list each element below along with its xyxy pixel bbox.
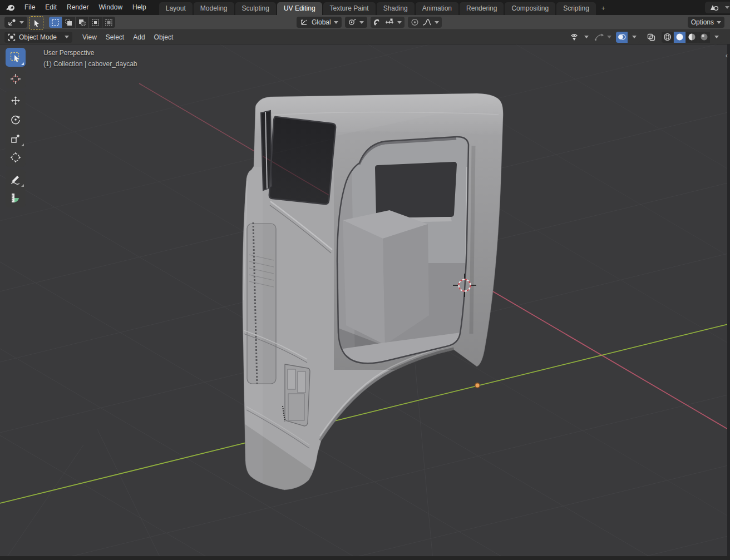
orientation-global-icon [300,18,308,26]
options-dropdown[interactable]: Options [688,17,724,28]
overlays-toggle[interactable] [616,32,628,43]
shading-rendered-button[interactable] [698,32,710,43]
tab-uv-editing[interactable]: UV Editing [277,2,322,15]
solid-sphere-icon [675,33,684,41]
toolbar [6,48,26,207]
select-box-icon [10,52,21,63]
tool-transform[interactable] [6,148,26,167]
rotate-icon [10,114,21,125]
menu-help[interactable]: Help [127,0,151,15]
select-menu[interactable]: Select [101,30,129,44]
active-object-overlay: (1) Collection | cabover_daycab [43,60,137,68]
tool-move[interactable] [6,91,26,110]
gizmos-dropdown[interactable] [594,33,611,41]
falloff-curve-icon [422,18,432,26]
workspace-tabs: Layout Modeling Sculpting UV Editing Tex… [159,0,611,15]
shading-material-button[interactable] [686,32,698,43]
scene-icon [708,3,722,12]
tab-sculpting[interactable]: Sculpting [235,2,276,15]
material-sphere-icon [688,33,696,41]
select-mode-invert[interactable] [89,17,102,28]
editor-type-selector[interactable] [4,17,27,28]
object-origin-dot [475,383,480,388]
view-name-overlay: User Perspective [43,49,94,57]
tab-animation[interactable]: Animation [416,2,458,15]
shading-solid-button[interactable] [674,32,685,43]
visibility-eye-icon [570,33,581,41]
tool-rotate[interactable] [6,110,26,129]
3d-cursor-tool-icon [10,73,21,85]
snap-target-dropdown[interactable] [345,17,367,28]
transform-icon [10,152,21,163]
wireframe-sphere-icon [663,33,672,41]
proportional-editing-toggle[interactable] [411,18,419,26]
shading-wireframe-button[interactable] [662,32,673,43]
tool-scale[interactable] [6,129,26,148]
add-workspace-button[interactable]: + [597,2,610,15]
move-icon [10,95,21,106]
scene-selector-caret [725,6,729,9]
tab-texture-paint[interactable]: Texture Paint [323,2,376,15]
tool-annotate[interactable] [6,170,26,189]
region-border-right[interactable] [727,44,730,560]
snap-with-dropdown[interactable] [384,18,402,26]
overlays-dropdown[interactable] [628,32,640,43]
shading-mode-group [662,32,722,43]
menu-window[interactable]: Window [93,0,127,15]
tab-compositing[interactable]: Compositing [505,2,555,15]
proportional-falloff-dropdown[interactable] [422,18,439,26]
blender-logo-icon[interactable] [6,3,15,12]
select-mode-extend[interactable] [62,17,75,28]
xray-toggle[interactable] [645,32,657,43]
snap-increment-icon [384,18,394,26]
magnet-icon [373,18,381,26]
overlays-group [616,32,640,43]
tab-scripting[interactable]: Scripting [556,2,596,15]
tool-cursor[interactable] [6,70,26,88]
view-menu[interactable]: View [78,30,101,44]
viewport-header: Object Mode View Select Add Object [0,30,730,44]
tool-measure[interactable] [6,189,26,207]
object-menu[interactable]: Object [150,30,178,44]
mode-dropdown[interactable]: Object Mode [4,32,72,43]
gizmo-icon [594,33,604,41]
menu-file[interactable]: File [19,0,40,15]
overlays-icon [618,33,626,41]
select-mode-intersect[interactable] [102,17,115,28]
viewport-canvas [0,44,730,560]
tab-modeling[interactable]: Modeling [194,2,234,15]
object-mode-icon [8,33,16,41]
scene-selector[interactable] [705,2,730,13]
model-cabover-daycab [241,92,506,493]
rendered-sphere-icon [700,33,708,41]
shading-dropdown[interactable] [711,32,722,43]
snap-target-icon [348,18,357,26]
3d-viewport[interactable]: User Perspective (1) Collection | cabove… [0,44,730,560]
tool-select-box[interactable] [6,48,26,67]
select-mode-set[interactable] [49,17,62,28]
tab-layout[interactable]: Layout [159,2,193,15]
annotate-pencil-icon [10,174,21,185]
scale-icon [10,133,21,144]
object-type-visibility-dropdown[interactable] [570,33,589,41]
add-menu[interactable]: Add [129,30,149,44]
snap-toggle[interactable] [373,18,381,26]
editor-3d-viewport-icon [8,18,17,26]
select-mode-subtract[interactable] [76,17,88,28]
active-tool-select-box[interactable] [29,16,43,30]
transform-orientation-dropdown[interactable]: Global [297,17,342,28]
transform-snap-cluster: Global [297,17,442,28]
measure-icon [10,192,21,204]
topbar: File Edit Render Window Help Layout Mode… [0,0,730,15]
cursor-arrow-icon [33,19,40,27]
x-axis-line-near [466,276,730,430]
xray-icon [647,33,655,41]
tab-rendering[interactable]: Rendering [460,2,504,15]
menu-edit[interactable]: Edit [40,0,62,15]
select-mode-group [49,17,115,28]
proportional-editing-icon [411,18,419,26]
sidebar-collapse-chevron[interactable]: ‹ [726,51,728,60]
region-border-bottom[interactable] [0,556,730,560]
tab-shading[interactable]: Shading [377,2,415,15]
menu-render[interactable]: Render [62,0,93,15]
